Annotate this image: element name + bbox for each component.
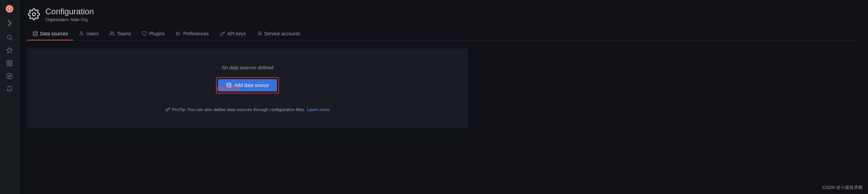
sidebar-nav — [3, 31, 16, 191]
datasources-card: No data sources defined Add data source … — [27, 49, 468, 128]
protip-row: ProTip: You can also define data sources… — [165, 107, 330, 112]
action-row: Add data source 添加数据源 — [216, 77, 279, 100]
sidebar — [0, 0, 19, 194]
learn-more-link[interactable]: Learn more — [307, 107, 330, 112]
tab-plugins[interactable]: Plugins — [136, 28, 170, 40]
page-title: Configuration — [45, 7, 94, 17]
tab-service-accounts-label: Service accounts — [264, 31, 300, 36]
sidebar-toggle-button[interactable] — [3, 18, 16, 29]
tab-preferences[interactable]: Preferences — [170, 28, 214, 40]
svg-point-23 — [227, 83, 231, 84]
tab-data-sources-label: Data sources — [40, 31, 68, 36]
protip-icon — [165, 107, 170, 112]
tab-api-keys[interactable]: API keys — [214, 28, 251, 40]
tab-data-sources[interactable]: Data sources — [27, 28, 73, 40]
svg-point-16 — [81, 32, 82, 33]
sidebar-item-starred[interactable] — [3, 44, 16, 56]
svg-rect-11 — [10, 64, 12, 66]
svg-point-12 — [6, 73, 12, 79]
svg-line-6 — [11, 39, 12, 40]
svg-point-14 — [33, 13, 36, 16]
tab-users-label: Users — [86, 31, 99, 36]
title-block: Configuration Organization: Main Org. — [45, 7, 94, 22]
page-header: Configuration Organization: Main Org. Da… — [19, 0, 868, 40]
main-content: Configuration Organization: Main Org. Da… — [19, 0, 868, 194]
grafana-logo[interactable] — [3, 3, 16, 15]
watermark: CSDN @小菜技术栈 — [822, 184, 863, 191]
svg-point-2 — [9, 7, 10, 8]
content-area: No data sources defined Add data source … — [19, 40, 868, 194]
svg-point-17 — [111, 32, 112, 33]
svg-point-15 — [33, 31, 37, 33]
sidebar-item-alerting[interactable] — [3, 83, 16, 95]
tab-api-keys-label: API keys — [227, 31, 246, 36]
svg-point-21 — [176, 33, 177, 34]
svg-point-5 — [7, 35, 11, 39]
empty-state-message: No data sources defined — [222, 65, 273, 70]
svg-rect-9 — [10, 61, 12, 63]
page-subtitle: Organization: Main Org. — [45, 17, 94, 22]
svg-marker-7 — [6, 48, 12, 53]
svg-rect-10 — [7, 64, 9, 66]
tab-preferences-label: Preferences — [183, 31, 209, 36]
sidebar-item-search[interactable] — [3, 31, 16, 43]
tab-plugins-label: Plugins — [149, 31, 165, 36]
configuration-icon — [27, 7, 41, 21]
annotation-label: 添加数据源 — [216, 86, 240, 92]
tab-service-accounts[interactable]: Service accounts — [251, 28, 306, 40]
protip-text: ProTip: You can also define data sources… — [172, 107, 305, 112]
tab-users[interactable]: Users — [73, 28, 104, 40]
svg-marker-13 — [8, 75, 11, 77]
sidebar-item-explore[interactable] — [3, 70, 16, 82]
svg-rect-8 — [7, 61, 9, 63]
svg-point-22 — [258, 32, 260, 33]
title-row: Configuration Organization: Main Org. — [27, 7, 860, 22]
sidebar-item-dashboards[interactable] — [3, 57, 16, 69]
tabs-bar: Data sources Users Teams — [27, 28, 860, 40]
tab-teams[interactable]: Teams — [104, 28, 136, 40]
tab-teams-label: Teams — [117, 31, 131, 36]
